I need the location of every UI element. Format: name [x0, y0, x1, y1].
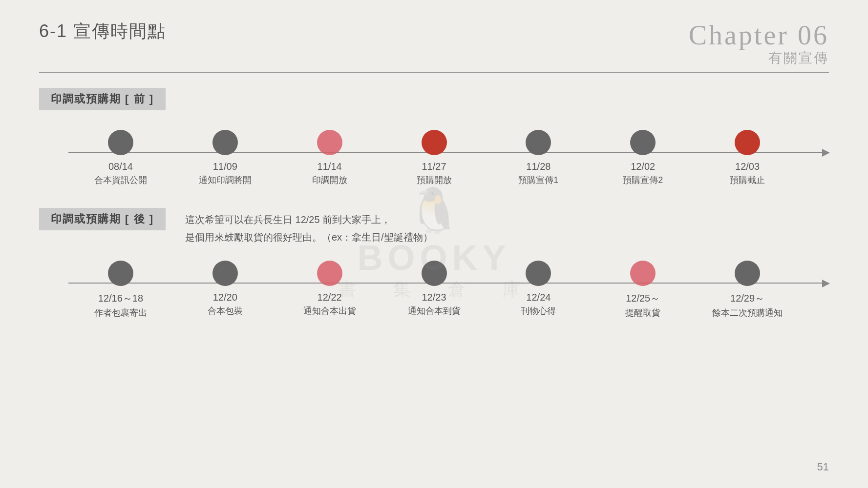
timeline-dot-circle — [630, 130, 656, 155]
timeline-date: 11/14 — [318, 161, 342, 172]
timeline-date: 11/09 — [213, 161, 237, 172]
timeline-desc: 作者包裹寄出 — [94, 307, 147, 319]
chapter-info: Chapter 06 有關宣傳 — [689, 20, 829, 67]
timeline-desc: 通知印調將開 — [199, 174, 252, 186]
timeline-item: 12/16～18作者包裹寄出 — [68, 261, 173, 319]
timeline-desc: 合本包裝 — [208, 305, 243, 317]
timeline-item: 11/27預購開放 — [382, 130, 487, 186]
timeline-item: 12/25～提醒取貨 — [591, 261, 695, 319]
timeline-before-items: 08/14合本資訊公開11/09通知印調將開11/14印調開放11/27預購開放… — [39, 130, 829, 186]
timeline-dot-circle — [526, 130, 551, 155]
timeline-item: 12/22通知合本出貨 — [277, 261, 382, 319]
timeline-dot-circle — [317, 130, 342, 155]
timeline-desc: 提醒取貨 — [625, 307, 660, 319]
section-title: 6-1 宣傳時間點 — [39, 20, 166, 43]
timeline-dot-circle — [108, 130, 133, 155]
timeline-item: 12/29～餘本二次預購通知 — [695, 261, 800, 319]
timeline-dot-circle — [630, 261, 656, 286]
timeline-item: 11/28預購宣傳1 — [486, 130, 591, 186]
header: 6-1 宣傳時間點 Chapter 06 有關宣傳 — [39, 20, 829, 67]
timeline-date: 12/29～ — [730, 292, 764, 305]
timeline-date: 12/22 — [318, 292, 342, 303]
timeline-date: 12/02 — [631, 161, 655, 172]
timeline-item: 12/03預購截止 — [695, 130, 800, 186]
timeline-dot-circle — [735, 130, 760, 155]
timeline-desc: 預購截止 — [730, 174, 765, 186]
timeline-date: 12/03 — [735, 161, 760, 172]
timeline-desc: 合本資訊公開 — [94, 174, 147, 186]
period-before-label: 印調或預購期 [ 前 ] — [39, 88, 166, 110]
timeline-before: 08/14合本資訊公開11/09通知印調將開11/14印調開放11/27預購開放… — [39, 130, 829, 198]
period-after-line1: 這次希望可以在兵長生日 12/25 前到大家手上， — [185, 211, 433, 228]
period-after-line2: 是個用來鼓勵取貨的很好理由。（ex：拿生日/聖誕禮物） — [185, 228, 433, 246]
timeline-desc: 預購宣傳2 — [623, 174, 663, 186]
timeline-desc: 通知合本到貨 — [408, 305, 461, 317]
timeline-desc: 印調開放 — [312, 174, 347, 186]
timeline-date: 12/24 — [526, 292, 550, 303]
timeline-date: 11/27 — [422, 161, 446, 172]
timeline-item: 12/24刊物心得 — [486, 261, 591, 319]
timeline-date: 12/23 — [422, 292, 446, 303]
chapter-title: Chapter 06 — [689, 20, 829, 51]
timeline-after-items: 12/16～18作者包裹寄出12/20合本包裝12/22通知合本出貨12/23通… — [39, 261, 829, 319]
timeline-date: 08/14 — [108, 161, 133, 172]
timeline-dot-circle — [317, 261, 342, 286]
timeline-desc: 預購開放 — [417, 174, 452, 186]
timeline-dot-circle — [735, 261, 760, 286]
timeline-desc: 通知合本出貨 — [303, 305, 356, 317]
timeline-item: 11/14印調開放 — [277, 130, 382, 186]
timeline-item: 12/23通知合本到貨 — [382, 261, 487, 319]
timeline-dot-circle — [108, 261, 133, 286]
timeline-item: 12/20合本包裝 — [173, 261, 277, 319]
page: 6-1 宣傳時間點 Chapter 06 有關宣傳 印調或預購期 [ 前 ] 0… — [0, 0, 868, 488]
timeline-dot-circle — [422, 130, 447, 155]
timeline-date: 11/28 — [526, 161, 550, 172]
chapter-subtitle: 有關宣傳 — [689, 49, 829, 67]
timeline-desc: 餘本二次預購通知 — [712, 307, 783, 319]
timeline-desc: 刊物心得 — [521, 305, 556, 317]
period-after-label: 印調或預購期 [ 後 ] — [39, 208, 166, 230]
timeline-dot-circle — [212, 261, 238, 286]
period-after-text: 這次希望可以在兵長生日 12/25 前到大家手上， 是個用來鼓勵取貨的很好理由。… — [185, 208, 433, 246]
timeline-date: 12/16～18 — [98, 292, 143, 305]
page-number: 51 — [817, 461, 829, 473]
timeline-item: 08/14合本資訊公開 — [68, 130, 173, 186]
timeline-after: 12/16～18作者包裹寄出12/20合本包裝12/22通知合本出貨12/23通… — [39, 261, 829, 329]
timeline-dot-circle — [422, 261, 447, 286]
timeline-item: 11/09通知印調將開 — [173, 130, 277, 186]
timeline-item: 12/02預購宣傳2 — [591, 130, 695, 186]
timeline-dot-circle — [526, 261, 551, 286]
timeline-dot-circle — [212, 130, 238, 155]
timeline-date: 12/20 — [213, 292, 237, 303]
timeline-date: 12/25～ — [626, 292, 660, 305]
period-after-section: 印調或預購期 [ 後 ] 這次希望可以在兵長生日 12/25 前到大家手上， 是… — [39, 208, 829, 246]
timeline-desc: 預購宣傳1 — [518, 174, 558, 186]
header-divider — [39, 72, 829, 73]
